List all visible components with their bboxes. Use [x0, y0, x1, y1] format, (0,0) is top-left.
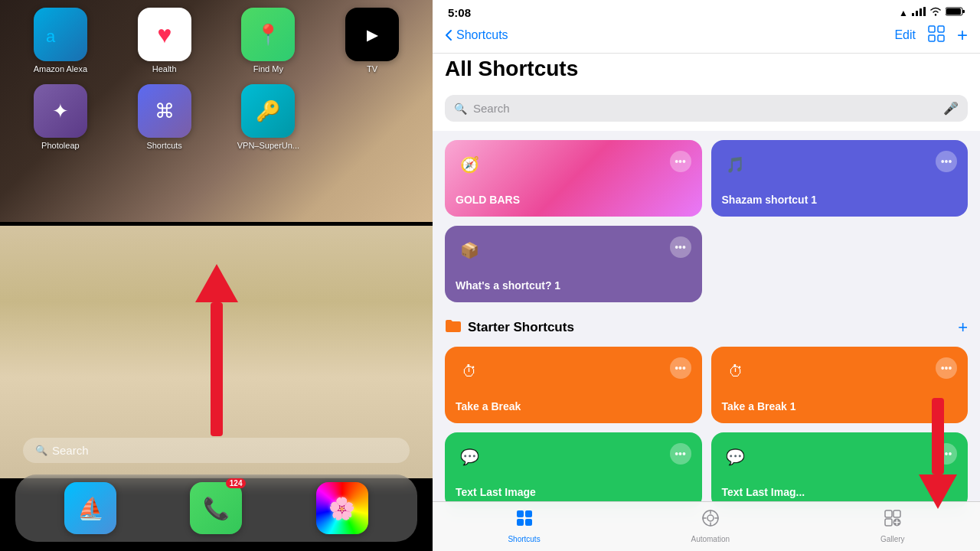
text-last-image-icon: 💬	[456, 443, 483, 471]
shortcut-card-text-last-image[interactable]: 💬 ••• Text Last Image	[445, 432, 702, 509]
dock-safari[interactable]: ⛵	[64, 482, 116, 534]
app-health[interactable]: ♥ Health	[116, 8, 214, 73]
status-time: 5:08	[448, 6, 471, 19]
starter-shortcuts-grid: ⏱ ••• Take a Break ⏱ ••• Take a Break 1	[445, 347, 968, 509]
shortcuts-panel: 5:08 ▲	[433, 0, 980, 551]
shortcut-card-text-last-imag[interactable]: 💬 ••• Text Last Imag...	[711, 432, 969, 509]
grid-view-button[interactable]	[928, 25, 945, 45]
vpn-icon: 🔑	[241, 84, 295, 138]
dock-phone[interactable]: 📞 124	[190, 482, 242, 534]
take-break-1-menu[interactable]: •••	[936, 357, 957, 379]
search-container: 🔍 Search 🎤	[433, 92, 980, 131]
svg-rect-10	[962, 10, 965, 13]
phone-panel: a Amazon Alexa ♥ Health 📍 Find My ▶	[0, 0, 433, 551]
shortcut-card-take-break-1[interactable]: ⏱ ••• Take a Break 1	[711, 347, 969, 423]
svg-rect-12	[938, 26, 944, 32]
tv-icon: ▶	[345, 8, 399, 61]
dock-photos[interactable]: 🌸	[316, 482, 368, 534]
empty-slot	[323, 84, 421, 150]
alexa-label: Amazon Alexa	[34, 64, 87, 73]
gold-bars-icon: 🧭	[456, 151, 483, 178]
shortcuts-icon: ⌘	[138, 84, 191, 138]
starter-shortcuts-add[interactable]: +	[958, 318, 968, 337]
shazam-name: Shazam shortcut 1	[722, 194, 958, 206]
shortcut-card-take-break[interactable]: ⏱ ••• Take a Break	[445, 347, 702, 423]
app-vpn[interactable]: 🔑 VPN–SuperUn...	[220, 84, 318, 150]
status-bar: 5:08 ▲	[433, 0, 980, 22]
shortcuts-tab-icon	[514, 508, 534, 533]
shortcuts-tab-label: Shortcuts	[508, 535, 540, 543]
starter-shortcuts-title: Starter Shortcuts	[468, 320, 574, 335]
nav-bar: Shortcuts Edit +	[433, 22, 980, 54]
automation-tab-icon	[701, 508, 720, 533]
svg-rect-25	[885, 510, 892, 517]
automation-tab-label: Automation	[691, 535, 730, 543]
app-grid-row2: ✦ Photoleap ⌘ Shortcuts 🔑 VPN–SuperUn...	[11, 84, 421, 150]
battery-icon	[946, 7, 965, 18]
app-tv[interactable]: ▶ TV	[323, 8, 421, 73]
svg-rect-11	[929, 26, 935, 32]
add-shortcut-button[interactable]: +	[957, 26, 968, 44]
tab-shortcuts[interactable]: Shortcuts	[508, 508, 540, 543]
svg-rect-17	[517, 519, 524, 526]
shortcut-card-whats-shortcut[interactable]: 📦 ••• What's a shortcut? 1	[445, 226, 702, 302]
photoleap-label: Photoleap	[41, 141, 80, 150]
gallery-tab-label: Gallery	[880, 535, 905, 543]
text-last-imag-menu[interactable]: •••	[936, 443, 957, 465]
svg-rect-9	[946, 8, 961, 15]
section-header-left: Starter Shortcuts	[445, 319, 574, 337]
svg-rect-18	[525, 519, 532, 526]
app-alexa[interactable]: a Amazon Alexa	[11, 8, 109, 73]
back-button[interactable]: Shortcuts	[445, 28, 508, 42]
location-icon: ▲	[899, 8, 908, 18]
signal-bars	[912, 7, 926, 18]
health-label: Health	[152, 64, 177, 73]
search-icon: 🔍	[454, 103, 467, 115]
folder-icon	[445, 319, 462, 337]
svg-point-7	[935, 14, 936, 15]
svg-rect-14	[938, 35, 944, 41]
text-last-image-name: Text Last Image	[456, 486, 691, 498]
search-input[interactable]: Search	[473, 102, 937, 115]
shortcuts-scroll-content[interactable]: 🧭 ••• GOLD BARS 🎵 ••• Shazam shortcut 1	[433, 131, 980, 551]
whats-shortcut-menu[interactable]: •••	[670, 236, 691, 258]
svg-rect-16	[525, 510, 532, 517]
text-last-imag-icon: 💬	[722, 443, 750, 471]
svg-rect-13	[929, 35, 935, 41]
search-bar[interactable]: 🔍 Search 🎤	[445, 95, 968, 122]
all-shortcuts-grid: 🧭 ••• GOLD BARS 🎵 ••• Shazam shortcut 1	[445, 140, 968, 302]
svg-rect-3	[912, 13, 914, 16]
app-shortcuts[interactable]: ⌘ Shortcuts	[116, 84, 214, 150]
whats-shortcut-name: What's a shortcut? 1	[456, 279, 691, 292]
take-break-menu[interactable]: •••	[670, 357, 691, 379]
shazam-menu[interactable]: •••	[936, 151, 957, 172]
svg-point-20	[707, 515, 714, 521]
tab-automation[interactable]: Automation	[691, 508, 730, 543]
shazam-icon: 🎵	[722, 151, 750, 178]
findmy-label: Find My	[253, 64, 283, 73]
svg-rect-6	[923, 7, 926, 16]
edit-button[interactable]: Edit	[894, 28, 916, 42]
mic-icon[interactable]: 🎤	[943, 101, 959, 116]
page-title-area: All Shortcuts	[433, 54, 980, 92]
app-grid-row1: a Amazon Alexa ♥ Health 📍 Find My ▶	[11, 8, 421, 73]
findmy-icon: 📍	[241, 8, 295, 61]
gold-bars-menu[interactable]: •••	[670, 151, 691, 172]
vpn-label: VPN–SuperUn...	[237, 141, 299, 150]
app-findmy[interactable]: 📍 Find My	[220, 8, 318, 73]
svg-rect-27	[885, 519, 892, 526]
shortcut-card-gold-bars[interactable]: 🧭 ••• GOLD BARS	[445, 140, 702, 217]
gallery-tab-icon	[883, 508, 903, 533]
phone-search-bar[interactable]: 🔍 Search	[23, 438, 410, 463]
text-last-image-menu[interactable]: •••	[670, 443, 691, 465]
svg-text:a: a	[46, 27, 56, 45]
alexa-icon: a	[34, 8, 87, 61]
starter-shortcuts-header: Starter Shortcuts +	[445, 318, 968, 337]
phone-dock: ⛵ 📞 124 🌸	[15, 474, 417, 542]
app-photoleap[interactable]: ✦ Photoleap	[11, 84, 109, 150]
tab-gallery[interactable]: Gallery	[880, 508, 905, 543]
phone-search-label: Search	[52, 444, 89, 457]
page-title: All Shortcuts	[445, 57, 968, 81]
shortcut-card-shazam[interactable]: 🎵 ••• Shazam shortcut 1	[711, 140, 969, 217]
take-break-name: Take a Break	[456, 400, 691, 412]
